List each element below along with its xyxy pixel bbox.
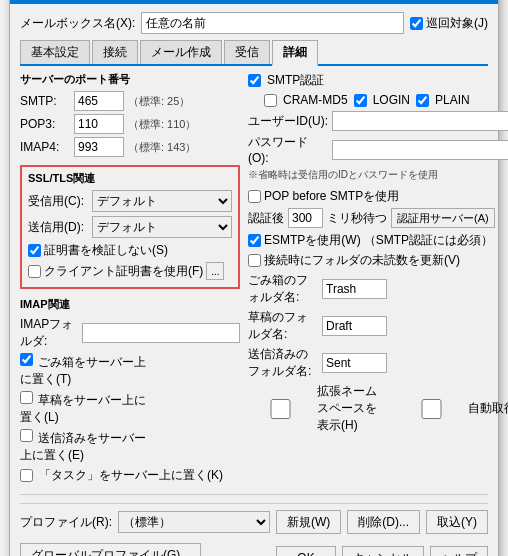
- pop-before-row: POP before SMTPを使用: [248, 188, 508, 205]
- task-ext-row: 「タスク」をサーバー上に置く(K): [20, 467, 240, 484]
- cert-check-checkbox[interactable]: [28, 244, 41, 257]
- profile-row: プロファイル(R): （標準） 新規(W) 削除(D)... 取込(Y): [20, 503, 488, 534]
- user-id-row: ユーザーID(U):: [248, 111, 508, 131]
- imap-folder-label: IMAPフォルダ:: [20, 316, 78, 350]
- auth-server-button[interactable]: 認証用サーバー(A): [391, 208, 495, 228]
- tab-receive[interactable]: 受信: [224, 40, 270, 64]
- auth-millis-input[interactable]: [288, 208, 323, 228]
- trash-checkbox[interactable]: [20, 353, 33, 366]
- client-cert-label: クライアント証明書を使用(F): [44, 263, 203, 280]
- sent-folder-row: 送信済みのフォルダ名:: [248, 346, 508, 380]
- right-imap-label: 接続時にフォルダの未読数を更新(V): [264, 252, 460, 269]
- smtp-auth-checkbox[interactable]: [248, 74, 261, 87]
- import-button[interactable]: 取込(Y): [426, 510, 488, 534]
- smtp-input[interactable]: [74, 91, 124, 111]
- pop-before-label: POP before SMTPを使用: [264, 188, 399, 205]
- ext-ns-label: 拡張ネームスペースを表示(H): [317, 383, 387, 434]
- imap-folder-row: IMAPフォルダ:: [20, 316, 240, 350]
- draft-folder-row: 草稿のフォルダ名:: [248, 309, 508, 343]
- draft-folder-label: 草稿のフォルダ名:: [248, 309, 318, 343]
- smtp-label: SMTP:: [20, 94, 70, 108]
- round-trip-label: 巡回対象(J): [426, 15, 488, 32]
- tab-connection[interactable]: 接続: [92, 40, 138, 64]
- login-checkbox[interactable]: [354, 94, 367, 107]
- user-id-input[interactable]: [332, 111, 508, 131]
- send-ssl-select[interactable]: デフォルト SSL/TLS STARTTLS なし: [92, 216, 232, 238]
- divider: [20, 494, 488, 495]
- draft-row: 草稿をサーバー上に置く(L): [20, 391, 240, 426]
- mailbox-row: メールボックス名(X): 巡回対象(J): [20, 12, 488, 34]
- draft-folder-input[interactable]: [322, 316, 387, 336]
- send-ssl-label: 送信用(D):: [28, 219, 88, 236]
- smtp-auth-header: SMTP認証: [248, 72, 508, 89]
- client-cert-button[interactable]: ...: [206, 262, 224, 280]
- auto-retrieve-label: 自動取得(Z): [468, 400, 508, 417]
- tab-basic[interactable]: 基本設定: [20, 40, 90, 64]
- imap4-default: （標準: 143）: [128, 140, 196, 155]
- password-input[interactable]: [332, 140, 508, 160]
- imap-folder-input[interactable]: [82, 323, 240, 343]
- sent-folder-label: 送信済みのフォルダ名:: [248, 346, 318, 380]
- tab-mail-compose[interactable]: メール作成: [140, 40, 222, 64]
- auto-retrieve-checkbox[interactable]: [399, 399, 464, 419]
- smtp-auth-section: SMTP認証 CRAM-MD5 LOGIN PLAIN ユーザーID(U):: [248, 72, 508, 182]
- cancel-button[interactable]: キャンセル: [342, 546, 424, 556]
- smtp-row: SMTP: （標準: 25）: [20, 91, 240, 111]
- mailbox-input[interactable]: [141, 12, 404, 34]
- smtp-auth-label: SMTP認証: [267, 72, 324, 89]
- trash-folder-label: ごみ箱のフォルダ名:: [248, 272, 318, 306]
- tab-detail[interactable]: 詳細: [272, 40, 318, 66]
- pop3-input[interactable]: [74, 114, 124, 134]
- main-content: サーバーのポート番号 SMTP: （標準: 25） POP3: （標準: 110…: [20, 72, 488, 490]
- ext-ns-checkbox[interactable]: [248, 399, 313, 419]
- imap-unread-checkbox[interactable]: [248, 254, 261, 267]
- imap4-row: IMAP4: （標準: 143）: [20, 137, 240, 157]
- ok-button[interactable]: OK: [276, 546, 336, 556]
- imap-section-title: IMAP関連: [20, 297, 240, 312]
- action-buttons: OK キャンセル ヘルプ: [276, 546, 488, 556]
- help-button[interactable]: ヘルプ: [430, 546, 488, 556]
- pop-before-checkbox[interactable]: [248, 190, 261, 203]
- receive-ssl-select[interactable]: デフォルト SSL/TLS STARTTLS なし: [92, 190, 232, 212]
- auth-after-row: 認証後 ミリ秒待つ 認証用サーバー(A): [248, 208, 508, 228]
- client-cert-row: クライアント証明書を使用(F) ...: [28, 262, 232, 280]
- imap4-input[interactable]: [74, 137, 124, 157]
- esmtp-note: （SMTP認証には必須）: [364, 232, 493, 249]
- sent-checkbox[interactable]: [20, 429, 33, 442]
- task-checkbox[interactable]: [20, 469, 33, 482]
- pop3-label: POP3:: [20, 117, 70, 131]
- cert-check-row: 証明書を検証しない(S): [28, 242, 232, 259]
- imap4-label: IMAP4:: [20, 140, 70, 154]
- new-button[interactable]: 新規(W): [276, 510, 341, 534]
- password-row: パスワード(O):: [248, 134, 508, 165]
- mailbox-label: メールボックス名(X):: [20, 15, 135, 32]
- auth-after-label: 認証後: [248, 210, 284, 227]
- profile-select[interactable]: （標準）: [118, 511, 270, 533]
- sent-row: 送信済みをサーバー上に置く(E): [20, 429, 240, 464]
- client-cert-checkbox[interactable]: [28, 265, 41, 278]
- right-folder-rows: ごみ箱のフォルダ名: 草稿のフォルダ名: 送信済みのフォルダ名: 拡張ネームスペ…: [248, 272, 508, 434]
- login-label: LOGIN: [373, 93, 410, 107]
- plain-checkbox[interactable]: [416, 94, 429, 107]
- port-section-title: サーバーのポート番号: [20, 72, 240, 87]
- send-ssl-row: 送信用(D): デフォルト SSL/TLS STARTTLS なし: [28, 216, 232, 238]
- trash-folder-input[interactable]: [322, 279, 387, 299]
- ssl-section-title: SSL/TLS関連: [28, 171, 232, 186]
- cert-check-label: 証明書を検証しない(S): [44, 242, 168, 259]
- smtp-default: （標準: 25）: [128, 94, 190, 109]
- receive-ssl-label: 受信用(C):: [28, 193, 88, 210]
- pop3-row: POP3: （標準: 110）: [20, 114, 240, 134]
- trash-row: ごみ箱をサーバー上に置く(T): [20, 353, 240, 388]
- cram-md5-checkbox[interactable]: [264, 94, 277, 107]
- esmtp-checkbox[interactable]: [248, 234, 261, 247]
- round-trip-checkbox[interactable]: [410, 17, 423, 30]
- sent-folder-input[interactable]: [322, 353, 387, 373]
- draft-label: 草稿をサーバー上に置く(L): [20, 393, 146, 424]
- global-profile-button[interactable]: グローバルプロファイル(G)...: [20, 543, 201, 556]
- password-label: パスワード(O):: [248, 134, 328, 165]
- user-id-label: ユーザーID(U):: [248, 113, 328, 130]
- draft-checkbox[interactable]: [20, 391, 33, 404]
- profile-label: プロファイル(R):: [20, 514, 112, 531]
- delete-button[interactable]: 削除(D)...: [347, 510, 420, 534]
- tab-bar: 基本設定 接続 メール作成 受信 詳細: [20, 40, 488, 66]
